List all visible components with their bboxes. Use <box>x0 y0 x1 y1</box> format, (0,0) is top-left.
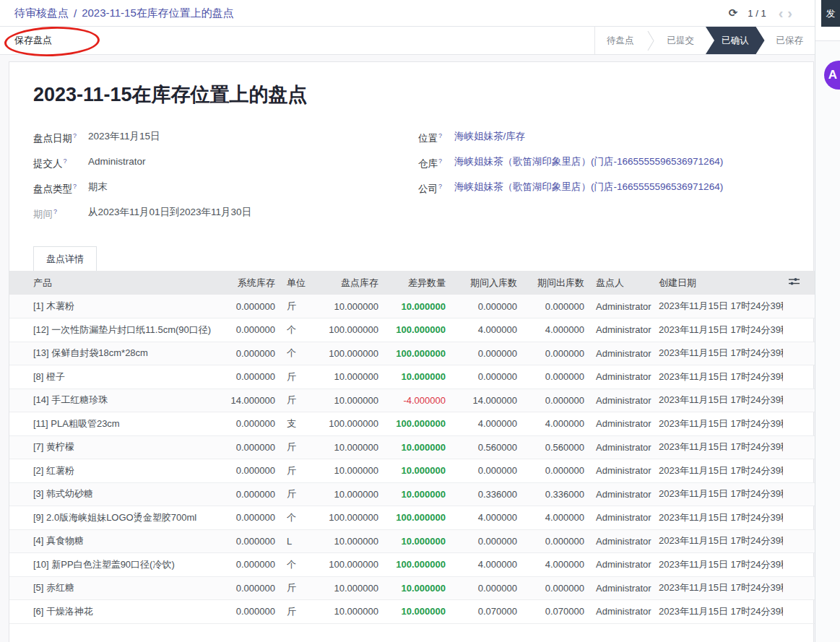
diff-qty-cell[interactable]: 10.000000 <box>384 435 451 459</box>
status-step-pending[interactable]: 待盘点 <box>595 27 646 54</box>
counted-qty-cell[interactable]: 100.000000 <box>317 412 384 436</box>
header-user[interactable]: 盘点人 <box>590 271 653 295</box>
user-cell[interactable]: Administrator <box>590 295 653 318</box>
product-cell[interactable]: [13] 保鲜自封袋18cm*28cm <box>9 342 214 365</box>
system-qty-cell[interactable]: 0.000000 <box>214 529 281 553</box>
table-row[interactable]: [8] 橙子0.000000斤10.00000010.0000000.00000… <box>9 365 815 389</box>
created-cell[interactable]: 2023年11月15日 17时24分39秒 <box>653 576 783 600</box>
in-qty-cell[interactable]: 0.000000 <box>451 576 523 600</box>
user-cell[interactable]: Administrator <box>590 412 653 436</box>
header-out-qty[interactable]: 期间出库数 <box>523 271 590 295</box>
system-qty-cell[interactable]: 14.000000 <box>214 389 281 412</box>
breadcrumb-parent-link[interactable]: 待审核盘点 <box>14 6 69 20</box>
counted-qty-cell[interactable]: 10.000000 <box>317 576 384 600</box>
table-row[interactable]: [11] PLA粗吸管23cm0.000000支100.000000100.00… <box>9 412 815 436</box>
in-qty-cell[interactable]: 0.000000 <box>451 529 523 553</box>
table-row[interactable]: [10] 新PP白色注塑盖90口径(冷饮)0.000000个100.000000… <box>9 553 815 577</box>
product-cell[interactable]: [12] 一次性防漏垫片封口纸11.5cm(90口径) <box>9 318 214 342</box>
created-cell[interactable]: 2023年11月15日 17时24分39秒 <box>653 482 783 506</box>
pager-prev-icon[interactable]: ‹ <box>776 5 786 21</box>
created-cell[interactable]: 2023年11月15日 17时24分39秒 <box>653 342 783 365</box>
diff-qty-cell[interactable]: 100.000000 <box>384 318 451 342</box>
counted-qty-cell[interactable]: 100.000000 <box>317 506 384 530</box>
save-inventory-button[interactable]: 保存盘点 <box>0 27 66 54</box>
system-qty-cell[interactable]: 0.000000 <box>214 318 281 342</box>
in-qty-cell[interactable]: 4.000000 <box>451 318 523 342</box>
system-qty-cell[interactable]: 0.000000 <box>214 506 281 530</box>
out-qty-cell[interactable]: 0.070000 <box>523 600 590 624</box>
diff-qty-cell[interactable]: 10.000000 <box>384 576 451 600</box>
product-cell[interactable]: [10] 新PP白色注塑盖90口径(冷饮) <box>9 553 214 577</box>
out-qty-cell[interactable]: 4.000000 <box>523 506 590 530</box>
out-qty-cell[interactable]: 0.000000 <box>523 576 590 600</box>
user-cell[interactable]: Administrator <box>590 553 653 577</box>
header-created[interactable]: 创建日期 <box>653 271 783 295</box>
counted-qty-cell[interactable]: 10.000000 <box>317 482 384 506</box>
counted-qty-cell[interactable]: 10.000000 <box>317 435 384 459</box>
system-qty-cell[interactable]: 0.000000 <box>214 435 281 459</box>
user-cell[interactable]: Administrator <box>590 435 653 459</box>
unit-cell[interactable]: L <box>281 529 317 553</box>
pager-next-icon[interactable]: › <box>785 5 794 21</box>
unit-cell[interactable]: 斤 <box>281 482 317 506</box>
table-row[interactable]: [9] 2.0版海峡姐妹LOGO烫金塑胶700ml0.000000个100.00… <box>9 506 815 530</box>
tab-inventory-details[interactable]: 盘点详情 <box>33 246 97 271</box>
diff-qty-cell[interactable]: 100.000000 <box>384 506 451 530</box>
header-counted-qty[interactable]: 盘点库存 <box>317 271 384 295</box>
location-link[interactable]: 海峡姐妹茶/库存 <box>454 129 525 145</box>
user-cell[interactable]: Administrator <box>590 600 653 624</box>
product-cell[interactable]: [3] 韩式幼砂糖 <box>9 482 214 506</box>
system-qty-cell[interactable]: 0.000000 <box>214 365 281 389</box>
in-qty-cell[interactable]: 4.000000 <box>451 412 523 436</box>
diff-qty-cell[interactable]: 100.000000 <box>384 342 451 365</box>
product-cell[interactable]: [2] 红薯粉 <box>9 459 214 483</box>
product-cell[interactable]: [14] 手工红糖珍珠 <box>9 389 214 412</box>
counted-qty-cell[interactable]: 100.000000 <box>317 318 384 342</box>
system-qty-cell[interactable]: 0.000000 <box>214 553 281 577</box>
in-qty-cell[interactable]: 0.000000 <box>451 459 523 483</box>
table-row[interactable]: [7] 黄柠檬0.000000斤10.00000010.0000000.5600… <box>9 435 815 459</box>
out-qty-cell[interactable]: 4.000000 <box>523 318 590 342</box>
diff-qty-cell[interactable]: 100.000000 <box>384 412 451 436</box>
unit-cell[interactable]: 斤 <box>281 576 317 600</box>
out-qty-cell[interactable]: 0.000000 <box>523 365 590 389</box>
status-step-saved[interactable]: 已保存 <box>765 27 815 54</box>
system-qty-cell[interactable]: 0.000000 <box>214 576 281 600</box>
table-row[interactable]: [5] 赤红糖0.000000斤10.00000010.0000000.0000… <box>9 576 815 600</box>
table-row[interactable]: [2] 红薯粉0.000000斤10.00000010.0000000.0000… <box>9 459 815 483</box>
user-cell[interactable]: Administrator <box>590 459 653 483</box>
counted-qty-cell[interactable]: 100.000000 <box>317 342 384 365</box>
in-qty-cell[interactable]: 0.560000 <box>451 435 523 459</box>
diff-qty-cell[interactable]: 10.000000 <box>384 295 451 318</box>
system-qty-cell[interactable]: 0.000000 <box>214 600 281 624</box>
product-cell[interactable]: [8] 橙子 <box>9 365 214 389</box>
product-cell[interactable]: [9] 2.0版海峡姐妹LOGO烫金塑胶700ml <box>9 506 214 530</box>
counted-qty-cell[interactable]: 100.000000 <box>317 553 384 577</box>
user-cell[interactable]: Administrator <box>590 529 653 553</box>
table-row[interactable]: [13] 保鲜自封袋18cm*28cm0.000000个100.00000010… <box>9 342 815 365</box>
out-qty-cell[interactable]: 0.000000 <box>523 459 590 483</box>
out-qty-cell[interactable]: 0.000000 <box>523 389 590 412</box>
created-cell[interactable]: 2023年11月15日 17时24分39秒 <box>653 365 783 389</box>
user-cell[interactable]: Administrator <box>590 576 653 600</box>
diff-qty-cell[interactable]: 10.000000 <box>384 482 451 506</box>
out-qty-cell[interactable]: 0.000000 <box>523 342 590 365</box>
table-row[interactable]: [14] 手工红糖珍珠14.000000斤10.000000-4.0000001… <box>9 389 815 412</box>
in-qty-cell[interactable]: 0.000000 <box>451 365 523 389</box>
created-cell[interactable]: 2023年11月15日 17时24分39秒 <box>653 295 783 318</box>
user-cell[interactable]: Administrator <box>590 389 653 412</box>
system-qty-cell[interactable]: 0.000000 <box>214 459 281 483</box>
counted-qty-cell[interactable]: 10.000000 <box>317 389 384 412</box>
counted-qty-cell[interactable]: 10.000000 <box>317 529 384 553</box>
table-row[interactable]: [3] 韩式幼砂糖0.000000斤10.00000010.0000000.33… <box>9 482 815 506</box>
product-cell[interactable]: [7] 黄柠檬 <box>9 435 214 459</box>
created-cell[interactable]: 2023年11月15日 17时24分39秒 <box>653 600 783 624</box>
out-qty-cell[interactable]: 0.000000 <box>523 529 590 553</box>
in-qty-cell[interactable]: 4.000000 <box>451 553 523 577</box>
unit-cell[interactable]: 支 <box>281 412 317 436</box>
header-in-qty[interactable]: 期间入库数 <box>451 271 523 295</box>
diff-qty-cell[interactable]: 10.000000 <box>384 365 451 389</box>
in-qty-cell[interactable]: 0.336000 <box>451 482 523 506</box>
counted-qty-cell[interactable]: 10.000000 <box>317 295 384 318</box>
table-row[interactable]: [1] 木薯粉0.000000斤10.00000010.0000000.0000… <box>9 295 815 318</box>
